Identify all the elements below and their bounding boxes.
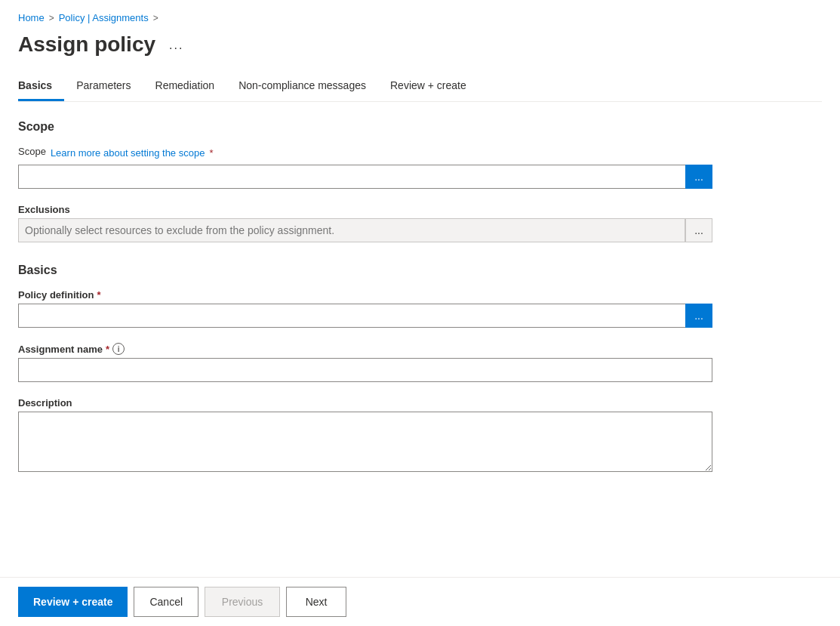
scope-section-title: Scope: [18, 120, 712, 134]
exclusions-label: Exclusions: [18, 204, 712, 215]
breadcrumb-sep2: >: [153, 13, 158, 23]
scope-learn-more-link[interactable]: Learn more about setting the scope: [51, 147, 205, 159]
policy-definition-label: Policy definition *: [18, 289, 712, 301]
more-options-icon: ...: [169, 39, 183, 51]
form-content: Scope Scope Learn more about setting the…: [18, 120, 712, 474]
review-create-button[interactable]: Review + create: [18, 587, 128, 617]
breadcrumb-policy-assignments[interactable]: Policy | Assignments: [59, 12, 149, 23]
action-bar: Review + create Cancel Previous Next: [0, 577, 840, 626]
description-label: Description: [18, 397, 712, 409]
scope-input[interactable]: [18, 165, 685, 189]
description-group: Description: [18, 397, 712, 474]
description-textarea[interactable]: [18, 412, 712, 472]
assignment-name-group: Assignment name * i: [18, 343, 712, 382]
policy-browse-icon: ...: [694, 310, 703, 322]
more-options-button[interactable]: ...: [165, 35, 188, 54]
policy-definition-group: Policy definition * ...: [18, 289, 712, 328]
assignment-info-icon: i: [112, 343, 125, 355]
scope-browse-icon: ...: [694, 171, 703, 183]
scope-section: Scope Scope Learn more about setting the…: [18, 120, 712, 242]
next-button[interactable]: Next: [286, 587, 346, 617]
breadcrumb: Home > Policy | Assignments >: [18, 12, 822, 23]
scope-input-row: ...: [18, 165, 712, 189]
tab-parameters[interactable]: Parameters: [64, 72, 143, 101]
previous-button: Previous: [205, 587, 280, 617]
policy-definition-browse-button[interactable]: ...: [685, 304, 712, 328]
tab-basics[interactable]: Basics: [18, 72, 64, 101]
assignment-required-star: *: [106, 344, 109, 355]
page-title: Assign policy: [18, 32, 155, 57]
tab-remediation[interactable]: Remediation: [143, 72, 227, 101]
tab-non-compliance[interactable]: Non-compliance messages: [226, 72, 378, 101]
exclusions-input[interactable]: [18, 218, 685, 242]
policy-definition-input-row: ...: [18, 304, 712, 328]
scope-field-group: Scope Learn more about setting the scope…: [18, 146, 712, 189]
scope-browse-button[interactable]: ...: [685, 165, 712, 189]
basics-section-title: Basics: [18, 264, 712, 277]
exclusions-input-row: ...: [18, 218, 712, 242]
policy-definition-input[interactable]: [18, 304, 685, 328]
exclusions-browse-icon: ...: [694, 224, 703, 236]
assignment-name-input[interactable]: [18, 358, 712, 382]
policy-required-star: *: [97, 289, 100, 301]
tab-bar: Basics Parameters Remediation Non-compli…: [18, 72, 822, 102]
scope-label: Scope: [18, 146, 46, 157]
assignment-name-label-row: Assignment name * i: [18, 343, 712, 355]
breadcrumb-home[interactable]: Home: [18, 12, 45, 23]
cancel-button[interactable]: Cancel: [134, 587, 198, 617]
page-title-row: Assign policy ...: [18, 32, 822, 57]
tab-review-create[interactable]: Review + create: [378, 72, 478, 101]
scope-required-star: *: [209, 147, 213, 159]
exclusions-browse-button[interactable]: ...: [685, 218, 712, 242]
basics-section: Basics Policy definition * ... Assignmen…: [18, 264, 712, 474]
breadcrumb-sep1: >: [49, 13, 54, 23]
exclusions-field-group: Exclusions ...: [18, 204, 712, 242]
